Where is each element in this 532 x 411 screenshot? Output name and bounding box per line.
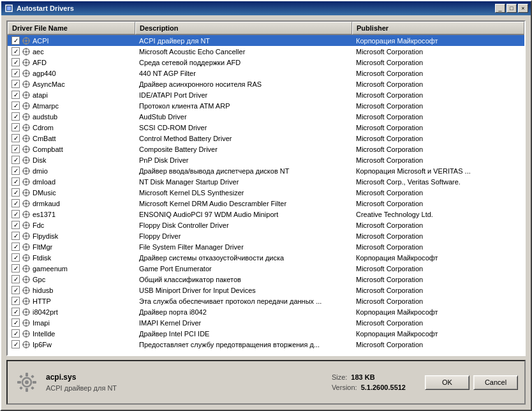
svg-rect-131 bbox=[26, 271, 27, 273]
svg-point-93 bbox=[25, 202, 27, 205]
driver-checkbox[interactable] bbox=[11, 308, 20, 316]
table-row[interactable]: es1371ENSONIQ AudioPCI 97 WDM Audio Mini… bbox=[8, 209, 524, 220]
driver-checkbox[interactable] bbox=[11, 177, 20, 186]
driver-checkbox[interactable] bbox=[11, 243, 20, 251]
table-body[interactable]: ACPIACPI драйвер для NTКорпорация Майкро… bbox=[8, 35, 524, 355]
table-row[interactable]: CdromSCSI CD-ROM DriverMicrosoft Corpora… bbox=[8, 122, 524, 133]
col-driver-name[interactable]: Driver File Name bbox=[8, 22, 135, 34]
close-button[interactable]: × bbox=[518, 4, 528, 13]
svg-rect-47 bbox=[26, 119, 27, 121]
driver-checkbox[interactable] bbox=[11, 101, 20, 110]
driver-checkbox[interactable] bbox=[11, 329, 20, 338]
svg-point-3 bbox=[25, 40, 27, 42]
driver-checkbox[interactable] bbox=[11, 156, 20, 164]
driver-checkbox[interactable] bbox=[11, 47, 20, 56]
table-row[interactable]: dmloadNT Disk Manager Startup DriverMicr… bbox=[8, 176, 524, 187]
driver-name-cell: Ftdisk bbox=[8, 253, 135, 263]
table-row[interactable]: dmioДрайвер ввода/вывода диспетчера диск… bbox=[8, 165, 524, 176]
driver-checkbox[interactable] bbox=[11, 232, 20, 240]
minimize-button[interactable]: _ bbox=[495, 4, 505, 13]
driver-checkbox[interactable] bbox=[11, 210, 20, 218]
driver-checkbox[interactable] bbox=[11, 264, 20, 273]
svg-point-81 bbox=[25, 181, 27, 183]
table-row[interactable]: agp440440 NT AGP FilterMicrosoft Corpora… bbox=[8, 68, 524, 78]
table-row[interactable]: IntelldeДрайвер Intel PCI IDEКорпорация … bbox=[8, 328, 524, 339]
table-row[interactable]: FltMgrFile System Filter Manager DriverM… bbox=[8, 241, 524, 252]
table-row[interactable]: FdcFloppy Disk Controller DriverMicrosof… bbox=[8, 220, 524, 230]
table-row[interactable]: AFDСреда сетевой поддержки AFDMicrosoft … bbox=[8, 57, 524, 68]
driver-description-cell: PnP Disk Driver bbox=[135, 156, 352, 165]
footer-details: Size: 183 KB Version: 5.1.2600.5512 bbox=[332, 373, 406, 391]
driver-checkbox[interactable] bbox=[11, 253, 20, 262]
cancel-button[interactable]: Cancel bbox=[473, 375, 518, 390]
table-row[interactable]: ImapiIMAPI Kernel DriverMicrosoft Corpor… bbox=[8, 317, 524, 328]
driver-icon bbox=[22, 101, 31, 110]
table-row[interactable]: ACPIACPI драйвер для NTКорпорация Майкро… bbox=[8, 35, 524, 46]
driver-checkbox[interactable] bbox=[11, 145, 20, 153]
svg-point-45 bbox=[25, 116, 27, 118]
driver-checkbox[interactable] bbox=[11, 36, 20, 45]
table-row[interactable]: FlpydiskFloppy DriverMicrosoft Corporati… bbox=[8, 230, 524, 241]
svg-rect-118 bbox=[26, 243, 27, 245]
driver-checkbox[interactable] bbox=[11, 134, 20, 142]
driver-checkbox[interactable] bbox=[11, 123, 20, 131]
driver-publisher-cell: Microsoft Corporation bbox=[352, 58, 524, 67]
driver-name-cell: Flpydisk bbox=[8, 231, 135, 241]
driver-checkbox[interactable] bbox=[11, 286, 20, 294]
table-row[interactable]: AtmarpcПротокол клиента ATM ARPMicrosoft… bbox=[8, 100, 524, 111]
table-row[interactable]: aecMicrosoft Acoustic Echo CancellerMicr… bbox=[8, 46, 524, 57]
driver-checkbox[interactable] bbox=[11, 199, 20, 207]
driver-name: atapi bbox=[33, 91, 48, 99]
table-row[interactable]: HTTPЭта служба обеспечивает протокол пер… bbox=[8, 295, 524, 306]
svg-point-69 bbox=[25, 159, 27, 161]
table-row[interactable]: i8042prtДрайвер порта i8042Корпорация Ма… bbox=[8, 306, 524, 317]
driver-checkbox[interactable] bbox=[11, 275, 20, 283]
driver-description-cell: Драйвер ввода/вывода диспетчера дисков N… bbox=[135, 167, 352, 176]
driver-checkbox[interactable] bbox=[11, 318, 20, 327]
driver-checkbox[interactable] bbox=[11, 340, 20, 348]
svg-rect-31 bbox=[28, 84, 30, 85]
table-row[interactable]: Ip6FwПредоставляет службу предотвращения… bbox=[8, 339, 524, 350]
driver-icon bbox=[22, 177, 31, 186]
driver-name-cell: es1371 bbox=[8, 209, 135, 220]
driver-name: i8042prt bbox=[33, 308, 58, 316]
table-row[interactable]: audstubAudStub DriverMicrosoft Corporati… bbox=[8, 111, 524, 122]
table-row[interactable]: drmkaudMicrosoft Kernel DRM Audio Descra… bbox=[8, 198, 524, 209]
driver-checkbox[interactable] bbox=[11, 58, 20, 66]
col-description[interactable]: Description bbox=[135, 22, 352, 34]
table-row[interactable]: gameenumGame Port EnumeratorMicrosoft Co… bbox=[8, 263, 524, 274]
svg-rect-77 bbox=[26, 173, 27, 175]
table-row[interactable]: CompbattComposite Battery DriverMicrosof… bbox=[8, 144, 524, 154]
svg-rect-97 bbox=[28, 203, 30, 204]
svg-rect-109 bbox=[28, 225, 30, 226]
table-row[interactable]: AsyncMacДрайвер асинхронного носителя RA… bbox=[8, 78, 524, 89]
driver-checkbox[interactable] bbox=[11, 91, 20, 99]
svg-rect-181 bbox=[33, 381, 36, 384]
col-publisher[interactable]: Publisher bbox=[352, 22, 524, 34]
driver-checkbox[interactable] bbox=[11, 80, 20, 88]
driver-checkbox[interactable] bbox=[11, 112, 20, 121]
driver-checkbox[interactable] bbox=[11, 297, 20, 305]
table-row[interactable]: hidusbUSB Miniport Driver for Input Devi… bbox=[8, 285, 524, 295]
ok-button[interactable]: OK bbox=[425, 375, 469, 390]
svg-point-15 bbox=[25, 61, 27, 64]
table-row[interactable]: atapiIDE/ATAPI Port DriverMicrosoft Corp… bbox=[8, 89, 524, 100]
version-row: Version: 5.1.2600.5512 bbox=[332, 384, 406, 391]
table-row[interactable]: CmBattControl Method Battery DriverMicro… bbox=[8, 133, 524, 144]
table-row[interactable]: DiskPnP Disk DriverMicrosoft Corporation bbox=[8, 154, 524, 165]
driver-icon bbox=[22, 329, 31, 338]
table-row[interactable]: GpcОбщий классификатор пакетовMicrosoft … bbox=[8, 274, 524, 285]
driver-checkbox[interactable] bbox=[11, 221, 20, 229]
svg-point-165 bbox=[25, 333, 27, 335]
restore-button[interactable]: □ bbox=[506, 4, 517, 13]
driver-description-cell: Game Port Enumerator bbox=[135, 264, 352, 273]
driver-checkbox[interactable] bbox=[11, 167, 20, 175]
driver-checkbox[interactable] bbox=[11, 69, 20, 77]
svg-rect-132 bbox=[22, 268, 24, 269]
svg-rect-155 bbox=[26, 314, 27, 316]
table-row[interactable]: FtdiskДрайвер системы отказоустойчивости… bbox=[8, 252, 524, 263]
svg-rect-101 bbox=[26, 216, 27, 218]
table-row[interactable]: DMusicMicrosoft Kernel DLS SynthesizerMi… bbox=[8, 187, 524, 198]
driver-checkbox[interactable] bbox=[11, 188, 20, 197]
svg-rect-102 bbox=[22, 214, 24, 215]
